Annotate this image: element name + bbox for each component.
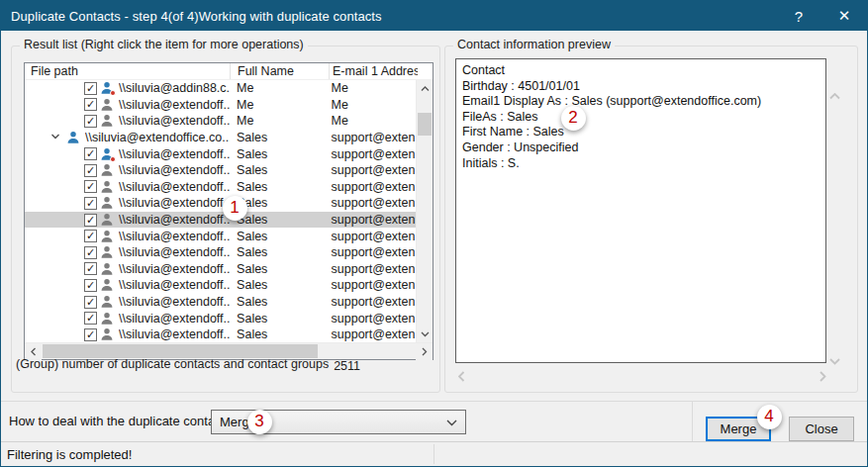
table-row[interactable]: ✓\\siluvia@extendoff...MeMe bbox=[25, 97, 416, 114]
full-name-cell: Sales bbox=[230, 131, 328, 144]
table-row[interactable]: ✓\\siluvia@extendoff...Salessupport@exte… bbox=[25, 179, 416, 196]
email-cell: support@exten bbox=[329, 230, 416, 243]
preview-scroll-right-icon[interactable] bbox=[820, 368, 826, 386]
row-checkbox[interactable]: ✓ bbox=[84, 328, 97, 341]
column-header-email[interactable]: E-mail 1 Address bbox=[330, 63, 418, 79]
row-checkbox[interactable]: ✓ bbox=[84, 262, 97, 275]
contact-detail-line: Initials : S. bbox=[462, 156, 820, 172]
scroll-up-icon[interactable] bbox=[417, 80, 433, 97]
vertical-scrollbar[interactable] bbox=[416, 80, 433, 342]
contact-preview-title: Contact information preview bbox=[453, 38, 615, 51]
scroll-right-icon[interactable] bbox=[416, 343, 433, 360]
contact-detail-line: Birthday : 4501/01/01 bbox=[462, 79, 820, 95]
file-path-text: \\siluvia@extendoff... bbox=[119, 147, 230, 161]
preview-scroll-up-icon[interactable] bbox=[829, 86, 840, 104]
contact-icon-blue bbox=[100, 81, 114, 95]
row-checkbox[interactable]: ✓ bbox=[84, 115, 97, 128]
file-path-cell: ✓\\siluvia@extendoff... bbox=[25, 213, 230, 227]
row-checkbox[interactable]: ✓ bbox=[84, 82, 97, 95]
table-row[interactable]: ✓\\siluvia@extendoff...Salessupport@exte… bbox=[25, 162, 416, 179]
row-checkbox[interactable]: ✓ bbox=[84, 214, 97, 227]
file-path-text: \\siluvia@extendoff... bbox=[119, 262, 230, 276]
full-name-cell: Me bbox=[230, 81, 328, 95]
annotation-callout-1: 1 bbox=[223, 196, 247, 221]
file-path-text: \\siluvia@extendoff... bbox=[119, 327, 230, 341]
table-row[interactable]: ✓\\siluvia@extendoff...Salessupport@exte… bbox=[25, 244, 416, 261]
file-path-text: \\siluvia@extendoff... bbox=[119, 278, 230, 292]
table-row[interactable]: ✓\\siluvia@extendoff...Salessupport@exte… bbox=[25, 310, 416, 327]
horizontal-scroll-thumb[interactable] bbox=[43, 344, 318, 358]
email-cell: support@exten bbox=[329, 262, 416, 276]
column-header-full-name[interactable]: Full Name bbox=[231, 63, 330, 79]
row-checkbox[interactable]: ✓ bbox=[84, 230, 97, 242]
table-row[interactable]: ✓\\siluvia@extendoff...Salessupport@exte… bbox=[25, 327, 416, 342]
row-checkbox[interactable]: ✓ bbox=[84, 246, 97, 259]
contact-icon bbox=[100, 114, 114, 128]
row-checkbox[interactable]: ✓ bbox=[84, 147, 97, 160]
table-row[interactable]: ✓\\siluvia@extendoff...Salessupport@exte… bbox=[25, 145, 416, 162]
file-path-text: \\siluvia@extendoff... bbox=[119, 163, 230, 177]
contact-detail-line: Email1 Display As : Sales (support@exten… bbox=[462, 94, 820, 110]
status-bar: Filtering is completed! bbox=[1, 441, 867, 466]
email-cell: support@exten bbox=[328, 131, 416, 144]
contact-detail-line: FileAs : Sales bbox=[462, 110, 820, 126]
email-cell: support@exten bbox=[329, 163, 416, 177]
email-cell: support@exten bbox=[329, 180, 416, 194]
status-divider bbox=[434, 444, 434, 464]
expand-chevron-icon[interactable] bbox=[50, 131, 60, 144]
full-name-cell: Sales bbox=[230, 180, 328, 194]
table-row[interactable]: ✓\\siluvia@extendoff...Salessupport@exte… bbox=[25, 212, 416, 229]
result-rows: ✓\\siluvia@addin88.c...MeMe✓\\siluvia@ex… bbox=[25, 80, 416, 342]
status-text: Filtering is completed! bbox=[7, 447, 132, 462]
contact-icon bbox=[100, 230, 114, 243]
table-row[interactable]: ✓\\siluvia@addin88.c...MeMe bbox=[25, 80, 416, 97]
column-header-file-path[interactable]: File path bbox=[25, 63, 231, 79]
file-path-text: \\siluvia@extendoff... bbox=[119, 114, 230, 128]
file-path-cell: ✓\\siluvia@extendoff... bbox=[25, 180, 230, 194]
file-path-cell: ✓\\siluvia@extendoff... bbox=[25, 147, 230, 161]
preview-scroll-down-icon[interactable] bbox=[829, 351, 840, 369]
scroll-down-icon[interactable] bbox=[417, 326, 433, 342]
row-checkbox[interactable]: ✓ bbox=[84, 98, 97, 111]
close-window-button[interactable]: ✕ bbox=[821, 1, 867, 31]
file-path-cell: ✓\\siluvia@extendoff... bbox=[25, 230, 230, 243]
contact-icon bbox=[100, 312, 114, 326]
row-checkbox[interactable]: ✓ bbox=[84, 296, 97, 309]
contact-preview-box[interactable]: ContactBirthday : 4501/01/01Email1 Displ… bbox=[455, 58, 826, 363]
help-button[interactable]: ? bbox=[776, 1, 821, 31]
preview-scroll-left-icon[interactable] bbox=[458, 368, 465, 386]
email-cell: support@exten bbox=[329, 312, 416, 326]
annotation-callout-4: 4 bbox=[757, 405, 782, 429]
contact-icon bbox=[100, 262, 114, 276]
row-checkbox[interactable]: ✓ bbox=[84, 164, 97, 177]
file-path-cell: ✓\\siluvia@addin88.c... bbox=[25, 81, 230, 95]
file-path-cell: ✓\\siluvia@extendoff... bbox=[25, 114, 230, 128]
duplicate-badge-icon bbox=[110, 156, 116, 161]
bottom-vertical-separator bbox=[692, 401, 693, 441]
email-cell: support@exten bbox=[329, 245, 416, 259]
contact-icon bbox=[100, 213, 114, 227]
row-checkbox[interactable]: ✓ bbox=[84, 312, 97, 325]
result-list-groupbox: Result list (Right click the item for mo… bbox=[11, 46, 440, 393]
vertical-scroll-track[interactable] bbox=[417, 97, 433, 326]
table-row[interactable]: ✓\\siluvia@extendoff...Salessupport@exte… bbox=[25, 195, 416, 212]
table-row[interactable]: ✓\\siluvia@extendoff...Salessupport@exte… bbox=[25, 228, 416, 244]
file-path-text: \\siluvia@extendoff... bbox=[119, 245, 230, 259]
full-name-cell: Me bbox=[230, 114, 328, 128]
table-row[interactable]: \\siluvia@extendoffice.co...Salessupport… bbox=[25, 130, 416, 146]
email-cell: Me bbox=[329, 81, 416, 95]
close-button[interactable]: Close bbox=[789, 417, 854, 441]
group-count: (Group) number of duplicate contacts and… bbox=[16, 357, 360, 371]
file-path-cell: ✓\\siluvia@extendoff... bbox=[25, 295, 230, 309]
table-row[interactable]: ✓\\siluvia@extendoff...MeMe bbox=[25, 113, 416, 130]
row-checkbox[interactable]: ✓ bbox=[84, 279, 97, 292]
row-checkbox[interactable]: ✓ bbox=[84, 197, 97, 210]
title-bar: Duplicate Contacts - step 4(of 4)Working… bbox=[1, 1, 867, 31]
vertical-scroll-thumb[interactable] bbox=[418, 113, 432, 136]
row-checkbox[interactable]: ✓ bbox=[84, 180, 97, 193]
contact-preview-groupbox: Contact information preview ContactBirth… bbox=[444, 46, 858, 393]
table-row[interactable]: ✓\\siluvia@extendoff...Salessupport@exte… bbox=[25, 277, 416, 294]
group-count-label: (Group) number of duplicate contacts and… bbox=[16, 357, 329, 371]
table-row[interactable]: ✓\\siluvia@extendoff...Salessupport@exte… bbox=[25, 294, 416, 311]
table-row[interactable]: ✓\\siluvia@extendoff...Salessupport@exte… bbox=[25, 261, 416, 278]
